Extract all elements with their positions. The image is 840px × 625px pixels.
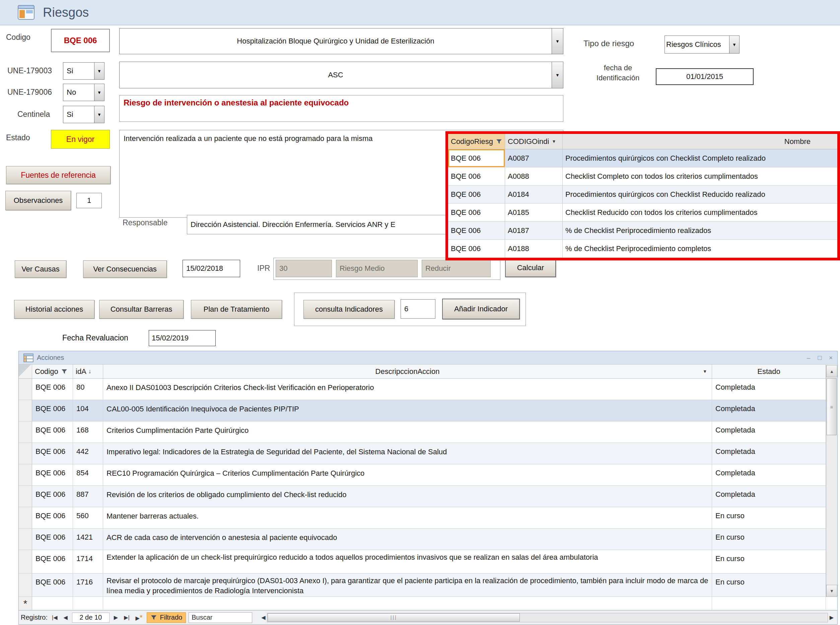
table-row[interactable]: BQE 006 442 Imperativo legal: Indicadore…	[19, 443, 837, 464]
centinela-combobox[interactable]: Si ▼	[63, 106, 104, 123]
record-selector[interactable]	[19, 550, 32, 573]
proceso-combobox[interactable]: Hospitalización Bloque Quirúrgico y Unid…	[119, 28, 563, 54]
record-position-field[interactable]: 2 de 10	[72, 613, 109, 623]
record-selector[interactable]	[19, 379, 32, 400]
anadir-indicador-button[interactable]: Añadir Indicador	[442, 299, 520, 319]
scroll-down-icon[interactable]: ▼	[826, 585, 837, 597]
subproceso-combobox[interactable]: ASC ▼	[119, 62, 563, 89]
fuentes-referencia-button[interactable]: Fuentes de referencia	[6, 166, 111, 184]
riesgo-nombre-field[interactable]: Riesgo de intervención o anestesia al pa…	[119, 95, 563, 122]
cell-codigo: BQE 006	[32, 507, 73, 528]
chevron-down-icon[interactable]: ▼	[729, 36, 739, 53]
table-row[interactable]: BQE 006 104 CAL00-005 Identificación Ine…	[19, 400, 837, 421]
estado-badge[interactable]: En vigor	[51, 130, 110, 149]
cell-estado: Completada	[712, 443, 826, 464]
une179006-label: UNE-179006	[7, 88, 52, 97]
table-row[interactable]: BQE 006 1714 Extender la aplicación de u…	[19, 550, 837, 574]
record-selector[interactable]	[19, 486, 32, 507]
vertical-scrollbar[interactable]: ▲ ≡ ▼	[826, 365, 837, 597]
table-row[interactable]: BQE 006 1716 Revisar el protocolo de mar…	[19, 574, 837, 597]
table-row[interactable]: BQE 006 887 Revisión de los criterios de…	[19, 486, 837, 507]
acciones-rows: BQE 006 80 Anexo II DAS01003 Descripción…	[19, 379, 837, 597]
table-row[interactable]: BQE 006 A0184 Procedimientos quirúrgicos…	[448, 185, 837, 204]
codigo-field[interactable]: BQE 006	[51, 29, 110, 52]
column-header-codigoindi[interactable]: CODIGOindi ▼	[505, 134, 563, 149]
filtered-indicator[interactable]: Filtrado	[147, 612, 186, 623]
indicadores-popup-table: CodigoRiesg CODIGOindi ▼ Nombre BQE 006 …	[446, 131, 840, 260]
column-header-descripcion[interactable]: DescripccionAccion ▼	[103, 365, 712, 378]
observaciones-count-field[interactable]: 1	[76, 193, 102, 208]
first-record-button[interactable]: |◀	[50, 614, 59, 620]
horizontal-scrollbar-thumb[interactable]: |||	[268, 613, 519, 622]
chevron-down-icon[interactable]: ▼	[552, 62, 563, 88]
proceso-value: Hospitalización Bloque Quirúrgico y Unid…	[120, 28, 552, 54]
table-row[interactable]: BQE 006 1421 ACR de cada caso de interve…	[19, 529, 837, 550]
record-selector[interactable]	[19, 507, 32, 528]
record-selector[interactable]	[19, 464, 32, 485]
une179006-combobox[interactable]: No ▼	[63, 84, 104, 101]
record-selector[interactable]	[19, 574, 32, 597]
calcular-button[interactable]: Calcular	[505, 258, 556, 277]
chevron-down-icon[interactable]: ▼	[703, 369, 707, 374]
chevron-down-icon[interactable]: ▼	[552, 28, 563, 54]
num-indicadores-field[interactable]: 6	[401, 299, 435, 319]
fecha-evaluacion-field[interactable]: 15/02/2018	[182, 260, 240, 277]
column-header-estado[interactable]: Estado	[712, 365, 826, 378]
minimize-icon[interactable]: –	[807, 354, 810, 362]
cell-estado: En curso	[712, 529, 826, 550]
horizontal-scrollbar[interactable]: ◀ ||| ▶	[260, 613, 835, 622]
new-record-row[interactable]: *	[19, 597, 837, 610]
search-input[interactable]	[189, 612, 252, 623]
next-record-button[interactable]: ▶	[112, 614, 120, 620]
table-row[interactable]: BQE 006 A0087 Procedimientos quirúrgicos…	[448, 149, 837, 167]
table-row[interactable]: BQE 006 168 Criterios Cumplimentación Pa…	[19, 421, 837, 443]
consultar-barreras-button[interactable]: Consultar Barreras	[99, 300, 184, 319]
table-row[interactable]: BQE 006 A0188 % de Checklist Periprocedi…	[448, 240, 837, 258]
table-row[interactable]: BQE 006 A0088 Checklist Completo con tod…	[448, 167, 837, 185]
cell-ida: 560	[73, 507, 103, 528]
tipo-riesgo-combobox[interactable]: Riesgos Clínicos ▼	[664, 36, 740, 54]
scroll-up-icon[interactable]: ▲	[826, 365, 837, 377]
table-row[interactable]: BQE 006 A0185 Checklist Reducido con tod…	[448, 204, 837, 222]
table-row[interactable]: BQE 006 80 Anexo II DAS01003 Descripción…	[19, 379, 837, 400]
column-header-codigoriesgo[interactable]: CodigoRiesg	[448, 134, 505, 149]
new-record-button[interactable]: ▶*	[134, 613, 144, 622]
record-selector[interactable]	[19, 529, 32, 550]
cell-codigo: BQE 006	[32, 400, 73, 421]
ipr-nivel-field: Riesgo Medio	[336, 260, 418, 277]
chevron-down-icon[interactable]: ▼	[94, 106, 104, 123]
consulta-indicadores-button[interactable]: consulta Indicadores	[304, 300, 394, 319]
record-selector[interactable]	[19, 400, 32, 421]
chevron-down-icon[interactable]: ▼	[94, 62, 104, 79]
une179003-combobox[interactable]: Si ▼	[63, 62, 104, 80]
scroll-right-icon[interactable]: ▶	[828, 614, 835, 620]
fecha-identificacion-label: fecha de Identificación	[583, 63, 653, 83]
chevron-down-icon[interactable]: ▼	[94, 84, 104, 101]
plan-tratamiento-button[interactable]: Plan de Tratamiento	[191, 300, 282, 319]
fecha-identificacion-field[interactable]: 01/01/2015	[656, 68, 754, 85]
previous-record-button[interactable]: ◀	[62, 614, 69, 620]
scroll-left-icon[interactable]: ◀	[260, 614, 267, 620]
fecha-revaluacion-field[interactable]: 15/02/2019	[149, 330, 216, 346]
observaciones-button[interactable]: Observaciones	[5, 191, 71, 210]
column-header-nombre[interactable]: Nombre	[563, 134, 837, 149]
historial-acciones-button[interactable]: Historial acciones	[14, 300, 95, 319]
column-header-codigo[interactable]: Codigo	[32, 365, 73, 378]
table-row[interactable]: BQE 006 560 Mantener barreras actuales. …	[19, 507, 837, 529]
close-icon[interactable]: ×	[829, 354, 833, 362]
ver-consecuencias-button[interactable]: Ver Consecuencias	[83, 260, 167, 278]
table-row[interactable]: BQE 006 A0187 % de Checklist Periprocedi…	[448, 222, 837, 240]
record-selector[interactable]	[19, 443, 32, 464]
column-header-ida[interactable]: idA ↓	[73, 365, 103, 378]
table-row[interactable]: BQE 006 854 REC10 Programación Quirúrgic…	[19, 464, 837, 486]
record-selector-header[interactable]	[19, 365, 32, 378]
record-selector[interactable]	[19, 421, 32, 443]
horizontal-scrollbar-track[interactable]: |||	[267, 613, 828, 622]
vertical-scrollbar-track[interactable]: ≡	[826, 377, 837, 585]
ver-causas-button[interactable]: Ver Causas	[15, 260, 66, 278]
cell-ida: 80	[73, 379, 103, 400]
page-title: Riesgos	[43, 5, 89, 20]
vertical-scrollbar-thumb[interactable]: ≡	[827, 378, 837, 435]
restore-icon[interactable]: □	[818, 354, 821, 362]
last-record-button[interactable]: ▶|	[122, 614, 131, 620]
